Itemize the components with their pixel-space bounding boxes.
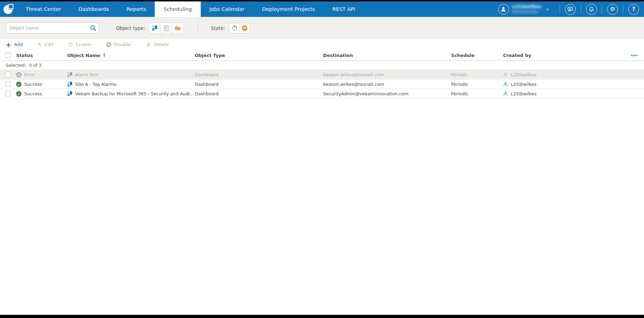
- nav-tab-reports[interactable]: Reports: [118, 1, 155, 17]
- table-row[interactable]: Success Site A - Top Alarms Dashboard be…: [0, 80, 644, 89]
- state-filter-group: [229, 23, 250, 33]
- row-checkbox[interactable]: [5, 81, 11, 87]
- state-label: State:: [211, 25, 225, 31]
- divider: [623, 5, 623, 14]
- person-icon: [503, 91, 508, 96]
- selection-summary: Selected: 0 of 3: [0, 61, 644, 70]
- column-header-object-type[interactable]: Object Type: [195, 53, 323, 58]
- delete-button[interactable]: × Delete: [146, 42, 169, 47]
- column-header-schedule[interactable]: Schedule: [451, 53, 503, 58]
- search-button[interactable]: [90, 25, 97, 32]
- notifications-button[interactable]: [586, 4, 597, 15]
- created-by-cell: L2S\bwilkes: [503, 72, 628, 77]
- nav-tab-threat-center[interactable]: Threat Center: [17, 1, 70, 17]
- filter-disabled-button[interactable]: [239, 23, 250, 33]
- folder-icon: [175, 25, 181, 31]
- person-icon: [500, 6, 507, 12]
- report-icon: [163, 25, 169, 31]
- selected-label: Selected:: [6, 63, 26, 68]
- content-area: [0, 98, 644, 315]
- divider: [581, 5, 581, 14]
- disable-button[interactable]: Disable: [106, 42, 131, 47]
- filter-enabled-button[interactable]: [229, 23, 240, 33]
- column-options-icon[interactable]: ooo: [631, 53, 644, 57]
- column-header-status[interactable]: Status: [16, 53, 67, 58]
- object-type-label: Dashboard: [195, 72, 219, 77]
- status-cell: Success: [16, 91, 67, 96]
- person-icon: [503, 72, 508, 77]
- disable-label: Disable: [114, 42, 131, 47]
- object-name-label: Veeam Backup for Microsoft 365 - Securit…: [75, 91, 194, 96]
- user-menu[interactable]: L2S\bwilkes Administrator ▾: [498, 4, 548, 15]
- delete-label: Delete: [154, 42, 169, 47]
- object-type-filter-group: [149, 23, 184, 34]
- selected-count: 0 of 3: [29, 63, 41, 68]
- object-name-label: Site A - Top Alarms: [75, 82, 116, 87]
- top-nav: Threat CenterDashboardsReportsScheduling…: [0, 1, 644, 17]
- enable-label: Enable: [76, 42, 91, 47]
- user-text: L2S\bwilkes Administrator: [512, 4, 541, 14]
- search-input[interactable]: [6, 23, 99, 33]
- status-cell: Error: [16, 72, 67, 77]
- nav-tab-jobs-calendar[interactable]: Jobs Calendar: [201, 1, 253, 17]
- created-by-label: L2S\bwilkes: [511, 91, 536, 96]
- settings-button[interactable]: ⚙: [607, 4, 618, 15]
- row-checkbox[interactable]: [5, 72, 11, 77]
- filter-dashboards-button[interactable]: [149, 23, 161, 34]
- bell-icon: [588, 6, 594, 12]
- schedule-label: Periodic: [451, 82, 468, 87]
- avatar: [498, 4, 509, 15]
- edit-label: Edit: [45, 42, 53, 47]
- table-row[interactable]: Error Alarm Test Dashboard beason.wilkes…: [0, 70, 644, 80]
- filter-reports-button[interactable]: [160, 23, 172, 34]
- search-box: [6, 23, 99, 33]
- disabled-icon: [242, 25, 247, 31]
- table-row[interactable]: Success Veeam Backup for Microsoft 365 -…: [0, 89, 644, 98]
- table-body: Error Alarm Test Dashboard beason.wilkes…: [0, 70, 644, 98]
- gear-icon: ⚙: [610, 6, 615, 12]
- edit-button[interactable]: ✎ Edit: [38, 42, 53, 47]
- object-type-label: Object type:: [116, 25, 145, 31]
- error-icon: [16, 72, 21, 77]
- divider: [198, 23, 198, 33]
- created-by-cell: L2S\bwilkes: [503, 82, 628, 87]
- nav-tab-rest-api[interactable]: REST API: [324, 1, 364, 17]
- object-type-label: Dashboard: [195, 82, 219, 87]
- row-checkbox[interactable]: [5, 91, 11, 96]
- chevron-down-icon: ▾: [547, 7, 548, 11]
- sort-asc-icon: ↑: [102, 53, 106, 58]
- user-name: L2S\bwilkes: [512, 4, 541, 9]
- help-button[interactable]: ?: [628, 4, 639, 15]
- feedback-button[interactable]: [565, 4, 576, 15]
- search-icon: [90, 25, 97, 32]
- column-header-destination[interactable]: Destination: [323, 53, 451, 58]
- dashboard-icon: [67, 91, 72, 96]
- add-button[interactable]: + Add: [6, 42, 23, 47]
- person-icon: [503, 82, 508, 87]
- success-icon: [16, 91, 21, 96]
- enable-button[interactable]: Enable: [68, 42, 91, 47]
- object-name-cell: Veeam Backup for Microsoft 365 - Securit…: [67, 91, 195, 96]
- nav-tabs: Threat CenterDashboardsReportsScheduling…: [17, 1, 364, 17]
- column-header-created-by[interactable]: Created by: [503, 53, 628, 58]
- dashboard-icon: [152, 25, 157, 31]
- disabled-icon: [106, 42, 111, 47]
- nav-tab-dashboards[interactable]: Dashboards: [70, 1, 118, 17]
- column-header-object-name[interactable]: Object Name ↑: [67, 53, 195, 58]
- app-logo[interactable]: [0, 1, 17, 17]
- pie-logo-icon: [3, 4, 14, 15]
- action-toolbar: + Add ✎ Edit Enable Disable: [0, 39, 644, 50]
- status-label: Success: [24, 91, 42, 96]
- nav-tab-scheduling[interactable]: Scheduling: [155, 1, 200, 17]
- nav-tab-deployment-projects[interactable]: Deployment Projects: [253, 1, 323, 17]
- created-by-label: L2S\bwilkes: [511, 82, 536, 87]
- add-label: Add: [14, 42, 23, 47]
- power-icon: [68, 42, 73, 47]
- filter-folders-button[interactable]: [172, 23, 184, 34]
- filter-bar: Object type:: [0, 17, 644, 39]
- chat-icon: [567, 6, 573, 12]
- select-all-checkbox[interactable]: [5, 52, 11, 58]
- schedule-label: Periodic: [451, 72, 468, 77]
- object-name-cell: Site A - Top Alarms: [67, 82, 195, 87]
- destination-label: beason.wilkes@tsunati.com: [323, 72, 384, 77]
